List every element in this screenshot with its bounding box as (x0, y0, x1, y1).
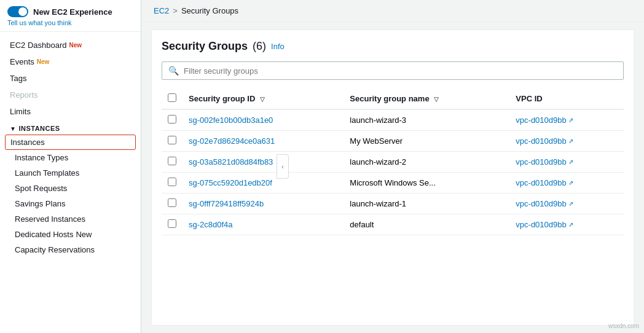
sort-arrow-sg-name: ▽ (434, 96, 439, 103)
table-row: sg-0fff729418ff5924b launch-wizard-1 vpc… (162, 194, 624, 214)
vpc-id-link-2[interactable]: vpc-d010d9bb ⇗ (516, 157, 618, 166)
sidebar-item-savings-plans[interactable]: Savings Plans (0, 196, 141, 211)
sg-name-1: My WebServer (344, 131, 509, 152)
sidebar-item-instance-types[interactable]: Instance Types (0, 150, 141, 165)
sidebar-item-capacity-reservations[interactable]: Capacity Reservations (0, 242, 141, 257)
sidebar-label-tags: Tags (10, 74, 26, 83)
external-link-icon-2: ⇗ (568, 159, 573, 165)
row-checkbox-1[interactable] (168, 136, 176, 144)
instances-section-label: INSTANCES (18, 125, 60, 132)
row-checkbox-0[interactable] (168, 115, 176, 123)
new-experience-toggle[interactable] (7, 6, 28, 17)
row-checkbox-5[interactable] (168, 219, 176, 228)
external-link-icon-1: ⇗ (568, 138, 573, 144)
sg-id-link-0[interactable]: sg-002fe10b00db3a1e0 (189, 116, 273, 125)
security-groups-table: Security group ID ▽ Security group name … (162, 88, 624, 235)
table-row: sg-03a5821d08d84fb83 launch-wizard-2 vpc… (162, 152, 624, 173)
vpc-id-link-1[interactable]: vpc-d010d9bb ⇗ (516, 136, 618, 146)
sidebar-label-reserved-instances: Reserved Instances (15, 214, 85, 224)
row-checkbox-4[interactable] (168, 198, 176, 207)
table-row: sg-2c8d0f4a default vpc-d010d9bb ⇗ (162, 214, 624, 235)
sidebar-label-ec2-dashboard: EC2 Dashboard (10, 41, 67, 50)
sg-name-3: Microsoft Windows Se... (344, 173, 509, 194)
table-row: sg-075cc5920d1edb20f Microsoft Windows S… (162, 173, 624, 194)
col-header-vpc-id: VPC ID (509, 88, 624, 109)
sidebar-label-limits: Limits (10, 107, 31, 116)
sg-id-link-3[interactable]: sg-075cc5920d1edb20f (189, 178, 272, 187)
page-count: (6) (253, 40, 266, 53)
tell-us-link[interactable]: Tell us what you think (7, 17, 133, 26)
badge-new-events: New (37, 58, 50, 65)
badge-new-dedicated-hosts: New (76, 230, 92, 239)
col-header-sg-name[interactable]: Security group name ▽ (344, 88, 509, 109)
table-row: sg-02e7d86294ce0a631 My WebServer vpc-d0… (162, 131, 624, 152)
external-link-icon-3: ⇗ (568, 179, 573, 186)
sidebar-item-reserved-instances[interactable]: Reserved Instances (0, 211, 141, 227)
main-content: EC2 > Security Groups Security Groups (6… (141, 0, 644, 333)
sidebar-item-launch-templates[interactable]: Launch Templates (0, 165, 141, 181)
breadcrumb-separator: > (173, 6, 178, 15)
sidebar-label-instance-types: Instance Types (15, 153, 68, 162)
page-title: Security Groups (162, 40, 248, 53)
sidebar-item-limits[interactable]: Limits (0, 103, 141, 120)
sidebar-label-events: Events (10, 57, 34, 66)
sidebar-item-reports[interactable]: Reports (0, 87, 141, 103)
sidebar-label-reports: Reports (10, 90, 38, 100)
search-bar: 🔍 (162, 61, 624, 80)
row-checkbox-3[interactable] (168, 178, 176, 186)
sort-arrow-sg-id: ▽ (260, 96, 265, 103)
sg-name-5: default (344, 214, 509, 235)
sidebar-header: New EC2 Experience Tell us what you thin… (0, 0, 141, 32)
vpc-id-link-0[interactable]: vpc-d010d9bb ⇗ (516, 116, 618, 125)
sg-id-link-2[interactable]: sg-03a5821d08d84fb83 (189, 157, 273, 166)
sg-name-2: launch-wizard-2 (344, 152, 509, 173)
info-link[interactable]: Info (271, 42, 285, 51)
sidebar-label-savings-plans: Savings Plans (15, 199, 65, 208)
external-link-icon-0: ⇗ (568, 117, 573, 123)
sidebar-nav: EC2 Dashboard New Events New Tags Report… (0, 32, 141, 262)
sg-name-0: launch-wizard-3 (344, 109, 509, 131)
row-checkbox-2[interactable] (168, 157, 176, 165)
vpc-id-link-4[interactable]: vpc-d010d9bb ⇗ (516, 199, 618, 208)
sidebar-item-spot-requests[interactable]: Spot Requests (0, 181, 141, 196)
vpc-id-link-5[interactable]: vpc-d010d9bb ⇗ (516, 220, 618, 229)
sidebar-label-spot-requests: Spot Requests (15, 184, 67, 193)
sidebar-label-capacity-reservations: Capacity Reservations (15, 245, 95, 254)
sg-id-link-1[interactable]: sg-02e7d86294ce0a631 (189, 136, 275, 146)
instances-section-header: ▼ INSTANCES (0, 120, 141, 135)
sidebar-item-dedicated-hosts[interactable]: Dedicated Hosts New (0, 227, 141, 242)
external-link-icon-5: ⇗ (568, 221, 573, 228)
table-row: sg-002fe10b00db3a1e0 launch-wizard-3 vpc… (162, 109, 624, 131)
vpc-id-link-3[interactable]: vpc-d010d9bb ⇗ (516, 178, 618, 187)
sidebar-item-instances[interactable]: Instances (5, 135, 136, 150)
sidebar: New EC2 Experience Tell us what you thin… (0, 0, 141, 333)
sidebar-item-events[interactable]: Events New (0, 53, 141, 70)
sidebar-item-tags[interactable]: Tags (0, 70, 141, 87)
sidebar-label-dedicated-hosts: Dedicated Hosts (15, 230, 73, 239)
table-header-row: Security group ID ▽ Security group name … (162, 88, 624, 109)
col-header-sg-id[interactable]: Security group ID ▽ (183, 88, 344, 109)
instances-arrow-icon: ▼ (10, 125, 16, 132)
new-experience-label: New EC2 Experience (33, 7, 112, 17)
sg-id-link-4[interactable]: sg-0fff729418ff5924b (189, 199, 264, 208)
search-icon: 🔍 (168, 66, 179, 76)
sg-name-4: launch-wizard-1 (344, 194, 509, 214)
breadcrumb-current: Security Groups (181, 6, 238, 15)
sg-id-link-5[interactable]: sg-2c8d0f4a (189, 220, 233, 229)
external-link-icon-4: ⇗ (568, 200, 573, 207)
content-area: Security Groups (6) Info 🔍 Security grou… (151, 29, 634, 326)
sidebar-label-instances: Instances (10, 138, 45, 147)
badge-new-ec2-dashboard: New (69, 42, 82, 49)
sidebar-item-ec2-dashboard[interactable]: EC2 Dashboard New (0, 37, 141, 53)
search-input[interactable] (184, 66, 617, 76)
watermark: wsxdn.com (608, 323, 639, 329)
sidebar-collapse-button[interactable]: ‹ (277, 154, 289, 179)
breadcrumb-ec2-link[interactable]: EC2 (154, 6, 169, 15)
sidebar-label-launch-templates: Launch Templates (15, 168, 79, 178)
select-all-checkbox[interactable] (168, 93, 176, 102)
breadcrumb: EC2 > Security Groups (141, 0, 644, 22)
page-header: Security Groups (6) Info (162, 40, 624, 53)
